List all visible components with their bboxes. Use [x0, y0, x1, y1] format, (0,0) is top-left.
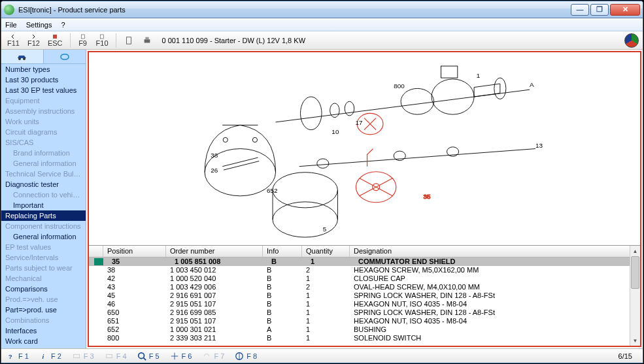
ring-f8-button[interactable]: F 8 — [235, 352, 257, 361]
table-row[interactable]: 351 005 851 008B1COMMUTATOR END SHIELD — [89, 257, 640, 266]
exploded-diagram[interactable]: 35 26652 1017 8001 A13 385 — [89, 52, 640, 245]
table-row[interactable]: 421 000 520 040B1CLOSURE CAP — [89, 274, 640, 283]
page-indicator: 6/15 — [619, 352, 637, 360]
scroll-down-icon[interactable]: ▼ — [630, 335, 640, 346]
col-quantity[interactable]: Quantity — [302, 246, 350, 257]
cart-f3-button[interactable]: F 3 — [72, 352, 94, 361]
doc-f9-button[interactable]: F9 — [76, 33, 90, 48]
sidebar-item-6[interactable]: Circuit diagrams — [1, 127, 86, 137]
zoom-f5-button[interactable]: F 5 — [137, 352, 160, 361]
svg-rect-1 — [81, 35, 84, 39]
sidebar-item-2[interactable]: Last 30 EP test values — [1, 85, 86, 95]
back-button[interactable]: F11 — [5, 33, 22, 48]
toolbar: F11 F12 ESC F9 F10 0 001 110 099 - Start… — [1, 31, 643, 50]
link-f7-button[interactable]: F 7 — [202, 352, 224, 361]
minimize-button[interactable]: — — [571, 4, 589, 16]
sidebar-item-18[interactable]: Service/Intervals — [1, 252, 86, 263]
sidebar-item-19[interactable]: Parts subject to wear — [1, 263, 86, 273]
sidebar-item-11[interactable]: Diagnostic tester — [1, 179, 86, 190]
print-button[interactable] — [140, 33, 154, 48]
close-button[interactable]: ✕ — [610, 4, 640, 16]
sidebar-item-8[interactable]: Brand information — [1, 148, 86, 158]
svg-rect-47 — [106, 354, 112, 357]
svg-rect-28 — [441, 66, 458, 78]
col-marker[interactable] — [89, 246, 103, 257]
sidebar-item-25[interactable]: Interfaces — [1, 325, 86, 336]
sidebar-item-3[interactable]: Equipment — [1, 95, 86, 106]
sidebar-item-21[interactable]: Comparisons — [1, 284, 86, 294]
svg-point-11 — [273, 202, 337, 237]
bosch-logo-icon — [624, 33, 639, 48]
svg-rect-4 — [144, 39, 150, 42]
status-bar: ?F 1 iF 2 F 3 F 4 F 5 F 6 F 7 F 8 6/15 — [1, 348, 643, 363]
svg-text:i: i — [42, 353, 44, 360]
sidebar-item-14[interactable]: Replacing Parts — [1, 210, 86, 221]
svg-text:38: 38 — [211, 152, 219, 159]
col-info[interactable]: Info — [263, 246, 302, 257]
col-designation[interactable]: Designation — [350, 246, 640, 257]
svg-point-12 — [273, 173, 337, 208]
table-row[interactable]: 431 003 429 006B2OVAL-HEAD SCREW, M4,0X1… — [89, 283, 640, 291]
col-order-number[interactable]: Order number — [166, 246, 263, 257]
svg-text:?: ? — [8, 353, 12, 360]
table-row[interactable]: 381 003 450 012B2HEXAGON SCREW, M5,0X162… — [89, 266, 640, 274]
svg-point-6 — [18, 58, 21, 60]
sidebar-item-1[interactable]: Last 30 products — [1, 74, 86, 85]
menu-file[interactable]: File — [5, 21, 17, 29]
sidebar: Number typesLast 30 productsLast 30 EP t… — [1, 50, 86, 348]
sidebar-item-23[interactable]: Part=>prod. use — [1, 305, 86, 315]
doc-f10-button[interactable]: F10 — [94, 33, 110, 48]
sidebar-item-9[interactable]: General information — [1, 158, 86, 169]
sidebar-item-24[interactable]: Combinations — [1, 315, 86, 325]
sidebar-item-5[interactable]: Work units — [1, 116, 86, 127]
svg-line-26 — [223, 157, 258, 167]
sidebar-item-10[interactable]: Technical Service Bulletins — [1, 169, 86, 179]
app-window: ESI[tronic] - Product service parts — ❐ … — [1, 1, 643, 363]
window-title: ESI[tronic] - Product service parts — [18, 6, 571, 14]
sidebar-tab-vehicle[interactable] — [1, 50, 44, 63]
split-f6-button[interactable]: F 6 — [170, 352, 192, 361]
menu-bar: File Settings ? — [1, 18, 643, 31]
col-position[interactable]: Position — [103, 246, 166, 257]
svg-rect-3 — [126, 37, 131, 44]
table-scrollbar[interactable]: ▲ ▼ — [630, 246, 640, 346]
sidebar-item-13[interactable]: Important — [1, 200, 86, 210]
cart2-f4-button[interactable]: F 4 — [105, 352, 127, 361]
help-f1-button[interactable]: ?F 1 — [7, 352, 29, 361]
svg-line-27 — [224, 161, 259, 170]
sidebar-item-15[interactable]: Component instructions — [1, 221, 86, 231]
table-row[interactable]: 452 916 691 007B1SPRING LOCK WASHER, DIN… — [89, 291, 640, 300]
forward-button[interactable]: F12 — [25, 33, 42, 48]
maximize-button[interactable]: ❐ — [590, 4, 609, 16]
scroll-up-icon[interactable]: ▲ — [630, 246, 640, 256]
sidebar-tab-part[interactable] — [44, 50, 86, 63]
scroll-thumb[interactable] — [631, 256, 639, 289]
sidebar-item-0[interactable]: Number types — [1, 64, 86, 74]
menu-help[interactable]: ? — [61, 21, 65, 29]
table-row[interactable]: 462 915 051 107B1HEXAGON NUT, ISO 4035 -… — [89, 300, 640, 308]
page-icon[interactable] — [122, 33, 136, 48]
table-row[interactable]: 8002 339 303 211B1SOLENOID SWITCH — [89, 334, 640, 342]
info-f2-button[interactable]: iF 2 — [39, 352, 61, 361]
table-row[interactable]: 6512 915 051 107B1HEXAGON NUT, ISO 4035 … — [89, 317, 640, 325]
app-icon — [4, 5, 14, 15]
table-row[interactable]: 6521 000 301 021A1BUSHING — [89, 325, 640, 334]
svg-text:13: 13 — [535, 142, 543, 149]
sidebar-item-12[interactable]: Connection to vehicle — [1, 190, 86, 200]
sidebar-item-20[interactable]: Mechanical — [1, 273, 86, 284]
sidebar-item-4[interactable]: Assembly instructions — [1, 106, 86, 116]
menu-settings[interactable]: Settings — [26, 21, 52, 29]
sidebar-item-17[interactable]: EP test values — [1, 242, 86, 252]
svg-rect-5 — [145, 37, 148, 39]
main-panel: 35 26652 1017 8001 A13 385 Po — [88, 51, 641, 347]
svg-text:5: 5 — [323, 225, 327, 233]
sidebar-item-22[interactable]: Prod.=>veh. use — [1, 294, 86, 305]
svg-rect-2 — [101, 35, 104, 39]
sidebar-item-26[interactable]: Work card — [1, 336, 86, 346]
esc-button[interactable]: ESC — [46, 33, 65, 48]
sidebar-item-7[interactable]: SIS/CAS — [1, 137, 86, 148]
title-bar[interactable]: ESI[tronic] - Product service parts — ❐ … — [1, 1, 643, 18]
svg-text:800: 800 — [394, 82, 405, 90]
sidebar-item-16[interactable]: General information — [1, 231, 86, 242]
table-row[interactable]: 6502 916 699 085B1SPRING LOCK WASHER, DI… — [89, 308, 640, 317]
